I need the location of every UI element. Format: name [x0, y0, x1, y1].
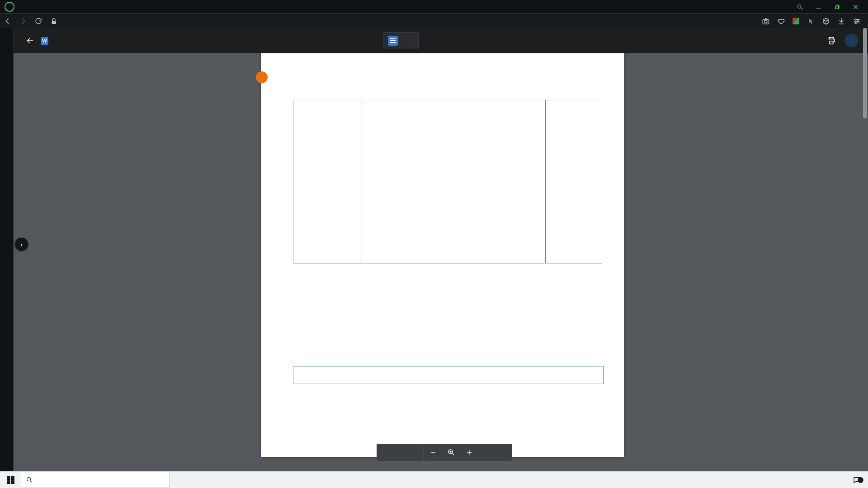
formula-sum-2	[368, 131, 542, 147]
document-table	[293, 100, 602, 263]
table-cell-title	[293, 100, 362, 263]
orange-marker	[256, 71, 268, 83]
restore-icon[interactable]	[834, 4, 840, 10]
settings-sliders-icon[interactable]	[853, 17, 861, 25]
taskbar-search[interactable]	[21, 472, 170, 488]
formula-sum-1	[368, 111, 542, 127]
toolbar-right-icons	[762, 17, 868, 25]
document-page	[261, 51, 624, 457]
scrollbar-thumb[interactable]	[863, 28, 867, 118]
sidebar-collapse-button[interactable]: ‹	[15, 238, 28, 251]
reload-icon[interactable]	[34, 17, 42, 25]
notification-center-icon[interactable]	[851, 476, 863, 484]
back-icon[interactable]	[4, 17, 12, 25]
close-window-icon[interactable]	[852, 4, 859, 10]
cursor-extension-icon[interactable]	[807, 17, 815, 25]
start-button[interactable]	[0, 472, 21, 488]
downloads-icon[interactable]	[837, 17, 845, 25]
table-cell-content	[362, 100, 545, 263]
system-tray	[832, 472, 868, 488]
more-options-icon[interactable]	[844, 34, 858, 47]
forward-icon[interactable]	[19, 17, 27, 25]
print-icon[interactable]	[826, 36, 836, 46]
windows-taskbar	[0, 471, 868, 488]
page-controls	[377, 444, 512, 461]
formula-sum-4	[368, 172, 542, 188]
minimize-icon[interactable]	[815, 4, 822, 10]
search-icon	[26, 476, 33, 483]
preview-header: W	[14, 28, 868, 53]
bookmark-heart-icon[interactable]	[777, 17, 785, 25]
preview-header-actions	[826, 34, 868, 47]
footer-box	[293, 366, 604, 384]
address-bar[interactable]	[46, 15, 758, 27]
opera-sidebar	[0, 28, 14, 471]
zoom-in-button[interactable]	[460, 444, 478, 461]
formula-simplify-1	[368, 199, 542, 216]
open-in-app-button[interactable]	[383, 32, 419, 49]
extension-cube-icon[interactable]	[793, 18, 799, 24]
document-preview-overlay: W	[14, 28, 868, 471]
zoom-tool-icon[interactable]	[442, 444, 460, 461]
box-extension-icon[interactable]	[822, 17, 830, 25]
formula-simplify-3	[368, 240, 542, 256]
table-cell-empty	[546, 100, 602, 263]
window-controls	[797, 4, 868, 10]
opera-menu-icon[interactable]	[5, 2, 14, 12]
back-arrow-icon[interactable]	[25, 36, 34, 45]
browser-tab-bar	[0, 0, 868, 14]
google-docs-icon	[388, 36, 398, 46]
search-tabs-icon[interactable]	[797, 4, 803, 10]
browser-toolbar	[0, 14, 868, 28]
zoom-out-button[interactable]	[424, 444, 442, 461]
word-doc-icon: W	[41, 37, 48, 45]
snapshot-camera-icon[interactable]	[762, 17, 770, 25]
search-input[interactable]	[38, 477, 160, 483]
lock-icon	[50, 17, 58, 25]
formula-simplify-2	[368, 220, 542, 236]
formula-sum-3	[368, 151, 542, 168]
